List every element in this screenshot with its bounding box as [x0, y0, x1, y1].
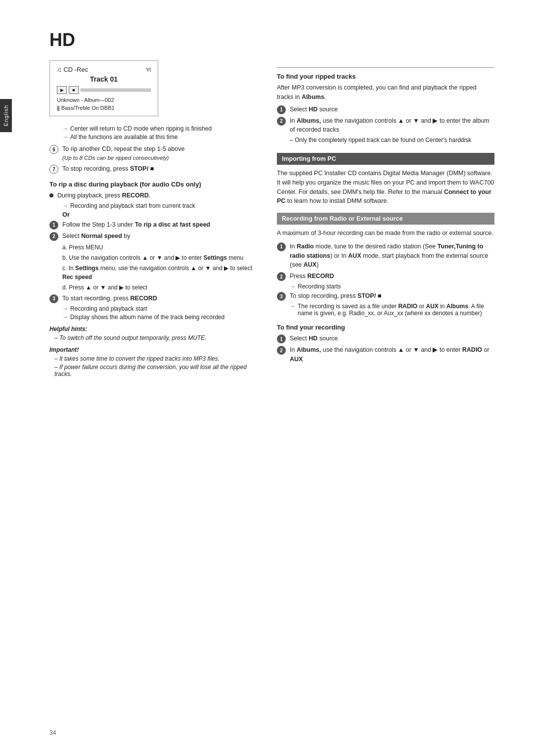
- step-2b: b. Use the navigation controls ▲ or ▼ an…: [62, 253, 257, 262]
- arrow-icon-5: [62, 314, 68, 321]
- cd-rec-display: ♫ CD -Rec Yl Track 01 ▶ ■ Unknown - Albu…: [49, 60, 158, 116]
- arrow-icon-1: [62, 125, 68, 132]
- find-ripped-para: After MP3 conversion is completed, you c…: [277, 83, 494, 102]
- recording-start-note: Recording and playback start from curren…: [62, 202, 257, 209]
- find-ripped-2: 2 In Albums, use the navigation controls…: [277, 116, 494, 146]
- step-2b-text: b. Use the navigation controls ▲ or ▼ an…: [62, 253, 243, 262]
- arrow-icon-6: [290, 283, 296, 290]
- arrow-note-2-text: All the functions are available at this …: [70, 134, 178, 141]
- during-playback-text: During playback, press RECORD.: [57, 191, 150, 200]
- music-icon: ♫: [57, 66, 62, 73]
- bullet-6-num: 6: [49, 145, 58, 154]
- helpful-hints-label: Helpful hints:: [49, 326, 257, 332]
- step-2c-text: c. In Settings menu, use the navigation …: [62, 264, 257, 282]
- find-recording-heading: To find your recording: [277, 324, 494, 331]
- rec-saved-text: The recording is saved as a file under R…: [298, 303, 494, 317]
- rec-step-2: 2 Press RECORD: [277, 272, 494, 281]
- find-rec-2: 2 In Albums, use the navigation controls…: [277, 345, 494, 364]
- find-ripped-2-sub: – Only the completely ripped track can b…: [290, 136, 494, 144]
- step-2a: a. Press MENU: [62, 243, 257, 252]
- find-rec-1: 1 Select HD source: [277, 334, 494, 343]
- importing-from-pc-box: Importing from PC: [277, 153, 494, 165]
- rec-starts-text: Recording starts: [298, 283, 341, 290]
- step-2d-text: d. Press ▲ or ▼ and ▶ to select: [62, 283, 147, 292]
- rec-playback-start-text: Recording and playback start: [70, 305, 147, 312]
- arrow-icon-4: [62, 305, 68, 312]
- page-number: 34: [49, 729, 56, 736]
- find-ripped-1-num: 1: [277, 105, 286, 114]
- find-rec-1-text: Select HD source: [290, 334, 338, 343]
- find-rec-1-num: 1: [277, 334, 286, 343]
- imp-2: – If power failure occurs during the con…: [54, 364, 257, 378]
- arrow-note-2: All the functions are available at this …: [62, 134, 257, 141]
- step-3-text: To start recording, press RECORD: [62, 294, 157, 303]
- arrow-note-1-text: Center will return to CD mode when rippi…: [70, 125, 212, 132]
- stop-button[interactable]: ■: [69, 86, 79, 94]
- cd-rec-label: CD -Rec: [63, 66, 88, 73]
- display-album-note: Display shows the album name of the trac…: [62, 314, 257, 321]
- arrow-note-1: Center will return to CD mode when rippi…: [62, 125, 257, 132]
- step-1-text: Follow the Step 1-3 under To rip a disc …: [62, 220, 210, 230]
- arrow-icon-2: [62, 134, 68, 141]
- helpful-hints-section: Helpful hints: – To switch off the sound…: [49, 326, 257, 341]
- step-1-num: 1: [49, 221, 58, 230]
- cd-rec-icon: ♫ CD -Rec: [57, 66, 88, 73]
- album-display: Unknown - Album—002: [57, 97, 151, 103]
- rec-step-3-text: To stop recording, press STOP/ ■: [290, 291, 381, 301]
- find-ripped-2-text: In Albums, use the navigation controls ▲…: [290, 116, 494, 146]
- find-ripped-2-sub-text: Only the completely ripped track can be …: [295, 136, 471, 144]
- page-title: HD: [49, 30, 494, 50]
- dash-icon: –: [290, 136, 295, 144]
- hint-1: – To switch off the sound output tempora…: [54, 334, 257, 341]
- rec-playback-start: Recording and playback start: [62, 305, 257, 312]
- find-ripped-1: 1 Select HD source: [277, 105, 494, 114]
- side-tab: English: [0, 99, 12, 132]
- recording-start-text: Recording and playback start from curren…: [70, 202, 195, 209]
- find-ripped-1-text: Select HD source: [290, 105, 338, 114]
- step-2d: d. Press ▲ or ▼ and ▶ to select: [62, 283, 257, 292]
- imp-1: – It takes some time to convert the ripp…: [54, 355, 257, 362]
- bullet-7: 7 To stop recording, press STOP/ ■: [49, 164, 257, 174]
- bullet-6: 6 To rip another CD, repeat the step 1-5…: [49, 144, 257, 162]
- step-2-sub: a. Press MENU b. Use the navigation cont…: [62, 243, 257, 292]
- rec-step-2-num: 2: [277, 272, 286, 281]
- track-display: Track 01: [57, 75, 151, 83]
- recording-para: A maximum of 3-hour recording can be mad…: [277, 229, 494, 238]
- bass-display: ||| Bass/Treble On DBB1: [57, 105, 151, 111]
- or-label: Or: [62, 211, 257, 218]
- step-2c: c. In Settings menu, use the navigation …: [62, 264, 257, 282]
- step-3-num: 3: [49, 294, 58, 303]
- rec-step-1: 1 In Radio mode, tune to the desired rad…: [277, 242, 494, 270]
- rec-step-1-text: In Radio mode, tune to the desired radio…: [290, 242, 494, 270]
- arrow-icon-7: [290, 303, 296, 310]
- progress-bar: [81, 89, 151, 92]
- bullet-dot-1: [49, 193, 53, 197]
- step-2-num: 2: [49, 232, 58, 241]
- importing-para: The supplied PC Installer CD contains Di…: [277, 169, 494, 206]
- play-button[interactable]: ▶: [57, 86, 67, 94]
- find-rec-2-num: 2: [277, 346, 286, 355]
- signal-icon: Yl: [146, 67, 151, 73]
- display-album-text: Display shows the album name of the trac…: [70, 314, 224, 321]
- rec-saved-note: The recording is saved as a file under R…: [290, 303, 494, 317]
- find-ripped-2-num: 2: [277, 117, 286, 126]
- find-ripped-heading: To find your ripped tracks: [277, 73, 494, 80]
- bullet-6-sub: (Up to 8 CDs can be ripped consecutively…: [62, 154, 184, 162]
- step-2: 2 Select Normal speed by: [49, 232, 257, 241]
- bullet-7-num: 7: [49, 165, 58, 174]
- left-column: ♫ CD -Rec Yl Track 01 ▶ ■ Unknown - Albu…: [49, 60, 257, 379]
- rec-step-3-num: 3: [277, 292, 286, 301]
- top-divider: [277, 67, 494, 68]
- important-label: Important!: [49, 346, 257, 353]
- step-1: 1 Follow the Step 1-3 under To rip a dis…: [49, 220, 257, 230]
- step-2-text: Select Normal speed by: [62, 232, 131, 241]
- important-section: Important! – It takes some time to conve…: [49, 346, 257, 378]
- rip-playback-heading: To rip a disc during playback (for audio…: [49, 181, 257, 188]
- bass-icon: |||: [57, 105, 59, 111]
- bass-text: Bass/Treble On DBB1: [61, 105, 115, 111]
- rec-step-3: 3 To stop recording, press STOP/ ■: [277, 291, 494, 301]
- recording-radio-box: Recording from Radio or External source: [277, 213, 494, 225]
- bullet-7-text: To stop recording, press STOP/ ■: [62, 164, 154, 174]
- right-column: To find your ripped tracks After MP3 con…: [277, 60, 494, 379]
- rec-starts-note: Recording starts: [290, 283, 494, 290]
